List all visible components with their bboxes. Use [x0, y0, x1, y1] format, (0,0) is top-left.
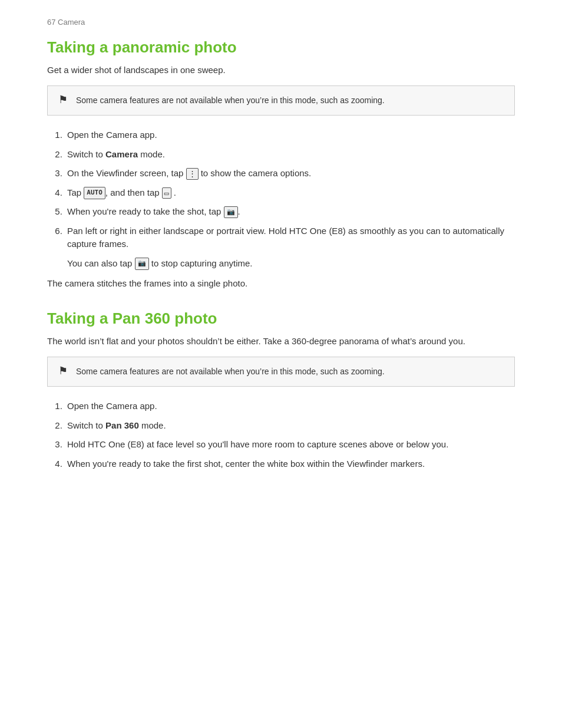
section2-subtitle: The world isn’t flat and your photos sho… [47, 336, 515, 346]
s2-step4-text: When you're ready to take the first shot… [67, 459, 425, 469]
section1-note-box: ⚑ Some camera features are not available… [47, 85, 515, 116]
section1-step5: When you're ready to take the shot, tap … [65, 205, 515, 219]
note-flag-icon: ⚑ [58, 94, 68, 105]
step2-text: Switch to Camera mode. [67, 149, 165, 159]
step5-text: When you're ready to take the shot, tap … [67, 206, 240, 216]
s2-step2-text: Switch to Pan 360 mode. [67, 420, 166, 430]
step4-text: Tap AUTO, and then tap ▭ . [67, 187, 176, 197]
section1-step3: On the Viewfinder screen, tap ⋮ to show … [65, 167, 515, 180]
section1-step6: Pan left or right in either landscape or… [65, 225, 515, 271]
s2-step1-text: Open the Camera app. [67, 401, 157, 411]
note2-flag-icon: ⚑ [58, 365, 68, 376]
s2-step3-text: Hold HTC One (E8) at face level so you'l… [67, 439, 448, 449]
section1-steps: Open the Camera app. Switch to Camera mo… [65, 129, 515, 270]
section1-footer: The camera stitches the frames into a si… [47, 278, 515, 288]
step1-text: Open the Camera app. [67, 130, 157, 140]
step3-text: On the Viewfinder screen, tap ⋮ to show … [67, 168, 311, 178]
page-meta: 67 Camera [47, 18, 515, 27]
section2-step3: Hold HTC One (E8) at face level so you'l… [65, 438, 515, 452]
section1-note-text: Some camera features are not available w… [76, 94, 385, 107]
section2-step1: Open the Camera app. [65, 400, 515, 413]
section1-title: Taking a panoramic photo [47, 38, 515, 57]
section1-subtitle: Get a wider shot of landscapes in one sw… [47, 65, 515, 75]
section2-step2: Switch to Pan 360 mode. [65, 419, 515, 433]
section2-steps: Open the Camera app. Switch to Pan 360 m… [65, 400, 515, 470]
section2-title: Taking a Pan 360 photo [47, 309, 515, 328]
section2-note-box: ⚑ Some camera features are not available… [47, 357, 515, 387]
section2-note-text: Some camera features are not available w… [76, 365, 385, 378]
section1-step2: Switch to Camera mode. [65, 148, 515, 162]
section1-subnote: You can also tap 📷 to stop capturing any… [67, 257, 515, 271]
section1-step4: Tap AUTO, and then tap ▭ . [65, 186, 515, 200]
step6-text: Pan left or right in either landscape or… [67, 226, 504, 249]
section1-step1: Open the Camera app. [65, 129, 515, 142]
section2-step4: When you're ready to take the first shot… [65, 457, 515, 471]
